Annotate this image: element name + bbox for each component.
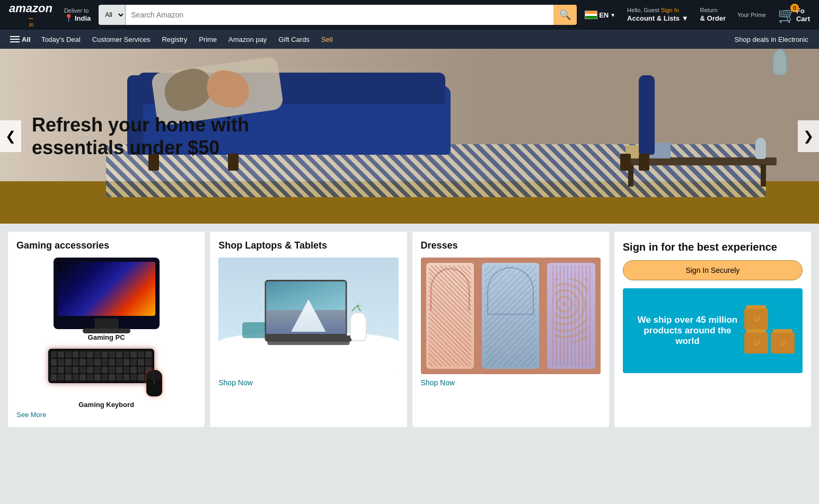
box2-smile: ∪ — [753, 338, 760, 348]
deliver-label: Deliver to — [64, 7, 91, 14]
amazon-box2: ∪ — [744, 332, 768, 353]
laptops-card-title: Shop Laptops & Tablets — [218, 240, 398, 251]
nav-gift-cards[interactable]: Gift Cards — [272, 32, 315, 47]
laptops-shop-now[interactable]: Shop Now — [218, 378, 398, 387]
mouse — [146, 370, 162, 396]
hero-banner: ❮ Refresh your home with essentials unde… — [0, 49, 819, 224]
laptop-keyboard — [267, 342, 349, 345]
cards-section: Gaming accessories Gaming PC — [0, 224, 819, 435]
nav-deals[interactable]: Shop deals in Electronic — [729, 32, 814, 47]
sign-in-securely-button[interactable]: Sign In Securely — [623, 260, 803, 280]
amazon-box1: ∪ — [744, 308, 768, 330]
navigation-bar: All Today's Deal Customer Services Regis… — [0, 30, 819, 49]
gaming-keyboard-image[interactable] — [48, 349, 165, 396]
language-text: EN — [599, 11, 609, 19]
deliver-to[interactable]: Deliver to 📍 India — [60, 5, 94, 25]
box-row-bottom: ∪ ∪ — [744, 332, 795, 353]
dresses-card-title: Dresses — [421, 240, 601, 251]
account-link[interactable]: Hello, Guest Sign In Account & Lists ▼ — [623, 4, 692, 25]
search-category-select[interactable]: All — [99, 5, 126, 25]
dress3 — [547, 263, 595, 369]
nav-prime[interactable]: Prime — [193, 32, 223, 47]
next-button[interactable]: ❯ — [798, 120, 819, 152]
laptop-scene-image[interactable] — [218, 258, 398, 374]
location-icon: 📍 — [64, 14, 73, 22]
dress1-top — [430, 268, 470, 311]
laptop-screen — [265, 280, 347, 335]
see-more-link[interactable]: See More — [16, 411, 196, 419]
logo-india: .in — [28, 22, 34, 28]
language-selector[interactable]: EN ▼ — [581, 8, 619, 22]
gaming-accessories-card: Gaming accessories Gaming PC — [8, 232, 205, 427]
gaming-pc-image[interactable] — [54, 258, 160, 329]
box-row-top: ∪ — [744, 308, 795, 330]
box1-smile: ∪ — [753, 314, 760, 324]
returns-link[interactable]: Return & Order — [697, 4, 729, 25]
header: amazon ~ .in Deliver to 📍 India All 🔍 EN… — [0, 0, 819, 30]
vase — [755, 138, 766, 159]
gaming-keyboard-section[interactable]: Gaming Keybord — [16, 349, 196, 411]
chevron-down-icon: ▼ — [610, 12, 615, 18]
hello-label: Hello, Guest — [627, 7, 659, 13]
dress1 — [426, 263, 474, 369]
search-button[interactable]: 🔍 — [553, 5, 577, 25]
hero-title: Refresh your home with essentials under … — [32, 113, 249, 159]
promo-text: We ship over 45 million products around … — [631, 315, 744, 347]
nav-amazon-pay[interactable]: Amazon pay — [223, 32, 272, 47]
nav-all-label: All — [22, 36, 31, 43]
promo-banner: We ship over 45 million products around … — [623, 288, 803, 373]
box3-smile: ∪ — [780, 338, 786, 348]
signin-card: Sign in for the best experience Sign In … — [614, 232, 811, 427]
pc-stand — [94, 319, 118, 329]
cart-icon-container: 🛒 0 — [778, 6, 796, 24]
dress2 — [482, 263, 539, 369]
account-lists-label: Account & Lists ▼ — [627, 14, 688, 23]
sofa-arm-right — [639, 75, 655, 155]
amazon-logo[interactable]: amazon ~ .in — [5, 0, 56, 30]
amazon-box3: ∪ — [771, 332, 795, 353]
keyboard — [48, 349, 154, 383]
logo-text: amazon — [9, 3, 52, 14]
boxes-illustration: ∪ ∪ ∪ — [744, 308, 795, 353]
vase-body — [350, 312, 367, 341]
signin-card-title: Sign in for the best experience — [623, 240, 803, 254]
flag-icon — [585, 11, 597, 19]
laptop-device — [265, 280, 352, 345]
gaming-card-title: Gaming accessories — [16, 240, 196, 251]
search-input[interactable] — [126, 5, 553, 25]
nav-todays-deal[interactable]: Today's Deal — [36, 32, 86, 47]
gaming-keyboard-label: Gaming Keybord — [78, 401, 134, 409]
nav-all-button[interactable]: All — [5, 32, 36, 47]
laptop-base — [265, 335, 352, 342]
sofa-leg4 — [639, 154, 649, 171]
gaming-pc-label: Gaming PC — [88, 333, 125, 341]
search-icon: 🔍 — [559, 9, 571, 21]
dresses-scene-image[interactable] — [421, 258, 601, 374]
hero-text-content: Refresh your home with essentials under … — [32, 113, 249, 159]
sign-in-link[interactable]: Sign In — [661, 7, 679, 13]
search-bar: All 🔍 — [99, 5, 577, 25]
table-leg1 — [761, 164, 766, 187]
order-label: & Order — [700, 14, 726, 23]
next-arrow-icon: ❯ — [803, 129, 814, 144]
gaming-pc-section[interactable]: Gaming PC — [16, 258, 196, 343]
dress2-silhouette — [487, 267, 534, 315]
pc-screen — [58, 262, 155, 316]
pc-base — [83, 329, 130, 333]
deliver-location: India — [75, 14, 91, 22]
hamburger-icon — [10, 36, 20, 42]
prime-link[interactable]: Your Prime — [734, 8, 770, 21]
nav-sell[interactable]: Sell — [315, 32, 339, 47]
return-label: Return — [700, 6, 726, 14]
cart-count: 0 — [790, 4, 799, 12]
laptops-card: Shop Laptops & Tablets — [210, 232, 407, 427]
nav-customer-services[interactable]: Customer Services — [86, 32, 156, 47]
dresses-shop-now[interactable]: Shop Now — [421, 378, 601, 387]
prev-arrow-icon: ❮ — [5, 129, 16, 144]
cart-link[interactable]: 🛒 0 Fo Cart — [774, 4, 814, 26]
nav-registry[interactable]: Registry — [156, 32, 193, 47]
prev-button[interactable]: ❮ — [0, 120, 21, 152]
vase-area — [350, 312, 367, 341]
dress3-flowers — [554, 279, 588, 342]
prime-label: Your Prime — [737, 11, 766, 19]
